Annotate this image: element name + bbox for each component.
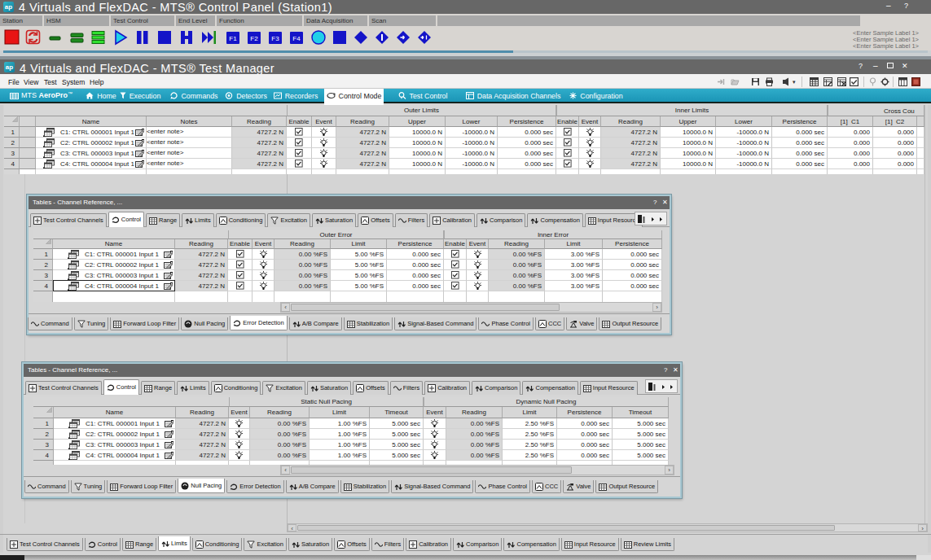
svg-text:F4: F4	[292, 35, 301, 42]
svg-text:F2: F2	[250, 35, 258, 42]
svg-text:F3: F3	[271, 35, 279, 42]
svg-text:F1: F1	[229, 35, 237, 42]
